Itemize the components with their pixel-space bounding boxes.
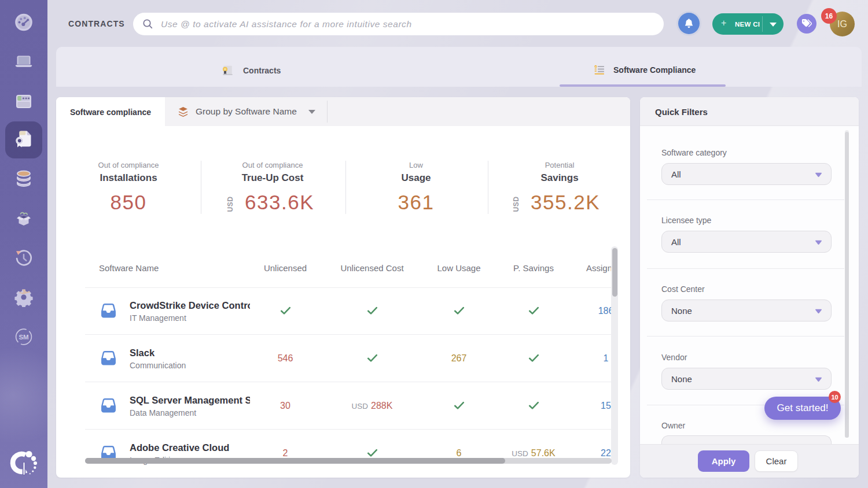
svg-text:SM: SM bbox=[19, 334, 28, 341]
